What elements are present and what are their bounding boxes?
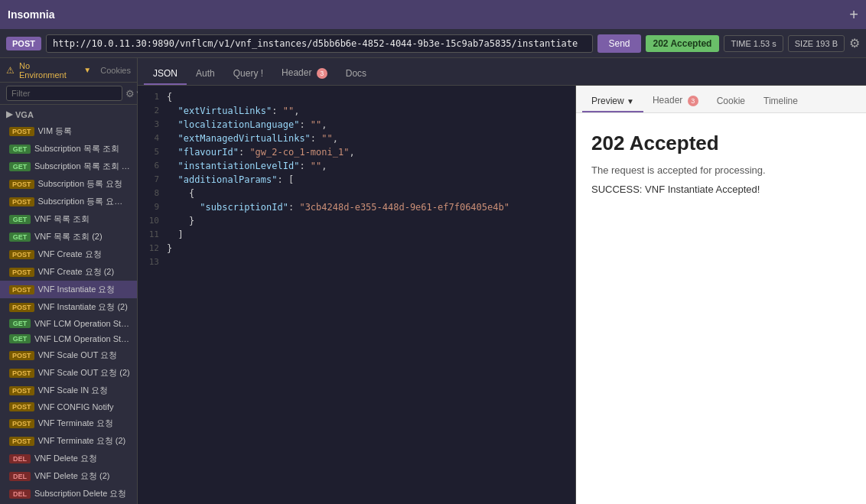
- method-tag: POST: [9, 197, 34, 206]
- preview-tab-timeline[interactable]: Timeline: [754, 91, 807, 112]
- preview-tab-cookie[interactable]: Cookie: [708, 91, 754, 112]
- sidebar-item[interactable]: POSTVNF Scale OUT 요청: [0, 346, 137, 364]
- status-badge: 202 Accepted: [646, 35, 720, 52]
- method-tag: POST: [9, 369, 34, 378]
- group-folder-icon: ▶: [6, 109, 12, 119]
- sidebar-item[interactable]: POSTVNF Scale IN 요청: [0, 382, 137, 399]
- sidebar-item[interactable]: POSTVNF Instantiate 요청: [0, 281, 137, 298]
- sidebar-item-label: Subscription 목록 조회: [34, 143, 119, 154]
- preview-pane: Preview ▼ Header 3 Cookie Timeline 202 A…: [575, 86, 866, 504]
- sidebar-item-label: VNF Terminate 요청 (2): [38, 435, 126, 447]
- content-area: JSON Auth Query ! Header 3 Docs 1{2 "ext…: [138, 58, 866, 504]
- cookies-button[interactable]: Cookies: [100, 66, 131, 75]
- split-pane: 1{2 "extVirtualLinks": "",3 "localizatio…: [138, 86, 866, 504]
- method-tag: POST: [9, 437, 34, 446]
- method-tag: GET: [9, 145, 31, 154]
- sidebar-item[interactable]: POSTVNF Scale OUT 요청 (2): [0, 364, 137, 382]
- method-tag: POST: [9, 351, 34, 360]
- sidebar-item[interactable]: GETVNF 목록 조회 (2): [0, 228, 137, 245]
- sidebar-item[interactable]: GETVNF LCM Operation Status (2): [0, 331, 137, 346]
- sidebar-item[interactable]: GETVNF LCM Operation Status: [0, 316, 137, 331]
- method-tag: DEL: [9, 454, 31, 463]
- code-line: 11 ]: [138, 229, 575, 243]
- sidebar-item-label: VNF 목록 조회 (2): [34, 231, 103, 242]
- sidebar-list: ▶ VGA POSTVIM 등록GETSubscription 목록 조회GET…: [0, 105, 137, 504]
- tab-docs[interactable]: Docs: [337, 63, 376, 85]
- method-tag: GET: [9, 232, 31, 242]
- sidebar-item-label: VNF 목록 조회: [34, 213, 90, 225]
- method-tag: POST: [9, 303, 34, 312]
- sidebar-item[interactable]: POSTVNF Create 요청: [0, 245, 137, 263]
- method-tag: DEL: [9, 489, 31, 499]
- code-line: 6 "instantiationLevelId": "",: [138, 161, 575, 174]
- sidebar-item-label: VNF Instantiate 요청: [38, 284, 116, 295]
- sidebar-item[interactable]: GETSubscription 목록 조회: [0, 140, 137, 158]
- sidebar-item-label: Subscription 등록 요청 (2): [38, 196, 131, 207]
- code-line: 9 "subscriptionId": "3cb4248d-e355-448d-…: [138, 202, 575, 216]
- sidebar-item[interactable]: GETSubscription 목록 조회 (2): [0, 158, 137, 175]
- code-line: 4 "extManagedVirtualLinks": "",: [138, 133, 575, 147]
- size-badge: SIZE 193 B: [788, 35, 845, 52]
- sidebar-item-label: VNF Scale OUT 요청 (2): [38, 367, 130, 379]
- method-tag: GET: [9, 319, 31, 328]
- settings-icon[interactable]: ⚙: [849, 36, 860, 50]
- sidebar-item[interactable]: DELSubscription Delete 요청: [0, 485, 137, 502]
- topbar-plus-icon[interactable]: +: [849, 6, 858, 24]
- sidebar-item[interactable]: POSTVIM 등록: [0, 122, 137, 140]
- tab-header[interactable]: Header 3: [272, 63, 337, 85]
- method-tag: DEL: [9, 472, 31, 481]
- method-tag: POST: [9, 268, 34, 277]
- sidebar-item[interactable]: POSTVNF Instantiate 요청 (2): [0, 298, 137, 316]
- method-tag: GET: [9, 334, 31, 343]
- env-bar: ⚠ No Environment ▼ Cookies: [0, 58, 137, 83]
- sidebar-item-label: VNF LCM Operation Status (2): [34, 334, 131, 343]
- preview-tab-header[interactable]: Header 3: [643, 90, 708, 112]
- sidebar-item-label: VNF Scale IN 요청: [38, 385, 109, 396]
- sidebar-item-label: VNF Create 요청: [38, 249, 102, 260]
- tab-auth[interactable]: Auth: [187, 63, 224, 85]
- search-bar: ⚙▼: [0, 83, 137, 105]
- main-layout: ⚠ No Environment ▼ Cookies ⚙▼ ▶ VGA POST…: [0, 58, 866, 504]
- sidebar-item-label: VNF CONFIG Notify: [38, 402, 114, 411]
- group-label: VGA: [15, 110, 34, 119]
- sidebar-item[interactable]: POSTVNF Terminate 요청: [0, 415, 137, 432]
- requestbar: POST Send 202 Accepted TIME 1.53 s SIZE …: [0, 29, 866, 58]
- tab-json[interactable]: JSON: [144, 63, 187, 85]
- sidebar-group-vga[interactable]: ▶ VGA: [0, 105, 137, 122]
- code-line: 7 "additionalParams": [: [138, 174, 575, 188]
- sidebar-item[interactable]: POSTSubscription 등록 요청: [0, 175, 137, 193]
- editor-pane[interactable]: 1{2 "extVirtualLinks": "",3 "localizatio…: [138, 86, 575, 504]
- header-badge: 3: [317, 68, 327, 79]
- sidebar-item[interactable]: POSTSubscription 등록 요청 (2): [0, 193, 137, 210]
- sidebar-item-label: Subscription Delete 요청: [34, 488, 126, 499]
- sidebar-item[interactable]: POSTVNF Create 요청 (2): [0, 263, 137, 281]
- sidebar-item-label: VNF Terminate 요청: [38, 418, 113, 429]
- search-input[interactable]: [6, 86, 122, 101]
- sidebar: ⚠ No Environment ▼ Cookies ⚙▼ ▶ VGA POST…: [0, 58, 138, 504]
- code-line: 5 "flavourId": "gw_2-co_1-moni_1",: [138, 147, 575, 161]
- sidebar-item-label: VNF Delete 요청: [34, 453, 97, 464]
- sidebar-item[interactable]: DELVNF Delete 요청 (2): [0, 467, 137, 485]
- sidebar-item-label: VIM 등록: [38, 125, 73, 137]
- no-env-button[interactable]: No Environment: [19, 61, 79, 80]
- preview-description: The request is accepted for processing.: [591, 164, 851, 176]
- sidebar-item[interactable]: POSTVNF CONFIG Notify: [0, 399, 137, 415]
- send-button[interactable]: Send: [597, 34, 640, 53]
- method-tag: POST: [9, 419, 34, 428]
- time-badge: TIME 1.53 s: [724, 35, 783, 52]
- sidebar-item[interactable]: POSTVNF Terminate 요청 (2): [0, 432, 137, 450]
- url-input[interactable]: [46, 34, 594, 53]
- code-line: 1{: [138, 92, 575, 106]
- topbar: Insomnia +: [0, 0, 866, 29]
- sidebar-item[interactable]: GETVNF 목록 조회: [0, 210, 137, 228]
- sidebar-item-label: VNF Delete 요청 (2): [34, 470, 109, 482]
- method-tag: POST: [9, 127, 34, 136]
- code-line: 13: [138, 257, 575, 271]
- env-chevron: ▼: [83, 66, 91, 74]
- code-line: 8 {: [138, 188, 575, 202]
- tab-query[interactable]: Query !: [224, 63, 272, 85]
- method-tag: POST: [9, 285, 34, 294]
- sidebar-item[interactable]: DELVNF Delete 요청: [0, 450, 137, 467]
- preview-tabs: Preview ▼ Header 3 Cookie Timeline: [576, 86, 866, 113]
- preview-tab-preview[interactable]: Preview ▼: [582, 91, 643, 112]
